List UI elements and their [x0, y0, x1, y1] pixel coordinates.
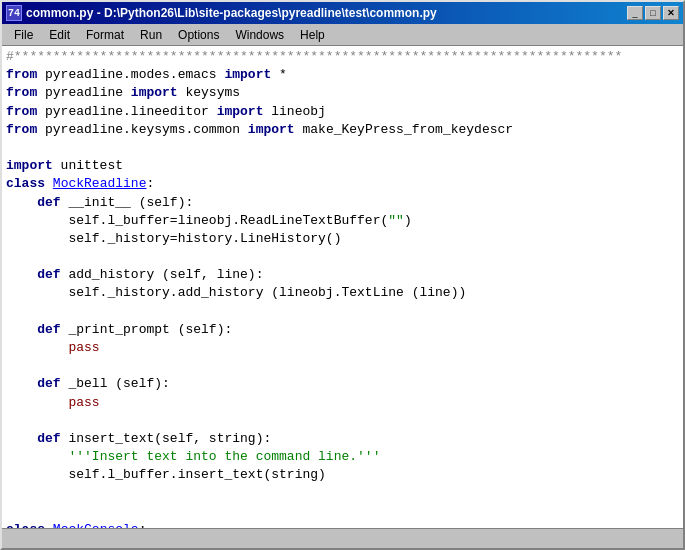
main-window: 74 common.py - D:\Python26\Lib\site-pack… [0, 0, 685, 550]
code-line [6, 503, 679, 521]
code-line: pass [6, 394, 679, 412]
code-line: '''Insert text into the command line.''' [6, 448, 679, 466]
minimize-button[interactable]: _ [627, 6, 643, 20]
code-line: self._history.add_history (lineobj.TextL… [6, 284, 679, 302]
code-line: def insert_text(self, string): [6, 430, 679, 448]
code-line [6, 248, 679, 266]
code-line: #***************************************… [6, 48, 679, 66]
code-line [6, 412, 679, 430]
menu-edit[interactable]: Edit [41, 26, 78, 44]
title-bar: 74 common.py - D:\Python26\Lib\site-pack… [2, 2, 683, 24]
code-line: class MockReadline: [6, 175, 679, 193]
window-title: common.py - D:\Python26\Lib\site-package… [26, 6, 437, 20]
code-line [6, 357, 679, 375]
app-icon-label: 74 [8, 8, 20, 19]
code-line: def _bell (self): [6, 375, 679, 393]
code-line: from pyreadline import keysyms [6, 84, 679, 102]
menu-run[interactable]: Run [132, 26, 170, 44]
code-line: def __init__ (self): [6, 194, 679, 212]
code-line: pass [6, 339, 679, 357]
code-line [6, 485, 679, 503]
maximize-button[interactable]: □ [645, 6, 661, 20]
code-line: class MockConsole: [6, 521, 679, 528]
code-line: def _print_prompt (self): [6, 321, 679, 339]
code-line: from pyreadline.modes.emacs import * [6, 66, 679, 84]
code-line: from pyreadline.lineeditor import lineob… [6, 103, 679, 121]
code-line [6, 303, 679, 321]
code-line: import unittest [6, 157, 679, 175]
code-line [6, 139, 679, 157]
menu-help[interactable]: Help [292, 26, 333, 44]
menu-windows[interactable]: Windows [227, 26, 292, 44]
menu-format[interactable]: Format [78, 26, 132, 44]
app-icon: 74 [6, 5, 22, 21]
code-line: self._history=history.LineHistory() [6, 230, 679, 248]
code-editor[interactable]: #***************************************… [2, 46, 683, 528]
menu-bar: File Edit Format Run Options Windows Hel… [2, 24, 683, 46]
close-button[interactable]: ✕ [663, 6, 679, 20]
code-line: self.l_buffer=lineobj.ReadLineTextBuffer… [6, 212, 679, 230]
menu-file[interactable]: File [6, 26, 41, 44]
code-line: from pyreadline.keysyms.common import ma… [6, 121, 679, 139]
status-bar [2, 528, 683, 548]
menu-options[interactable]: Options [170, 26, 227, 44]
code-line: self.l_buffer.insert_text(string) [6, 466, 679, 484]
title-bar-buttons: _ □ ✕ [627, 6, 679, 20]
title-bar-left: 74 common.py - D:\Python26\Lib\site-pack… [6, 5, 437, 21]
code-line: def add_history (self, line): [6, 266, 679, 284]
